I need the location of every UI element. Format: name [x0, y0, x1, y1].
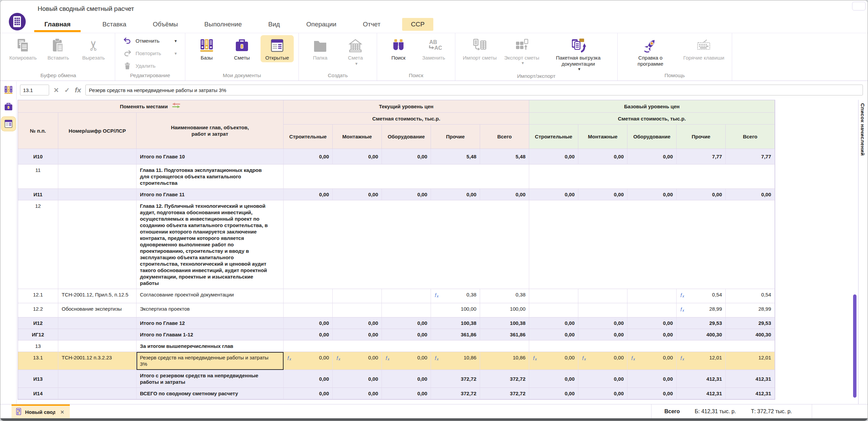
table-cell[interactable]: 0,00 [431, 189, 480, 200]
swap-header-button[interactable]: Поменять местами [18, 100, 284, 113]
table-cell[interactable]: 0,00 [529, 370, 578, 388]
table-cell[interactable]: 7,77 [677, 149, 726, 164]
table-cell[interactable]: ƒx12,01 [677, 352, 726, 370]
formula-input[interactable] [85, 85, 863, 95]
table-cell[interactable]: Экспертиза проектов [137, 303, 284, 317]
table-cell[interactable]: 12 [18, 200, 58, 289]
table-cell[interactable] [284, 289, 333, 303]
table-cell[interactable] [382, 303, 431, 317]
table-cell[interactable]: 0,00 [333, 329, 382, 340]
table-cell[interactable] [58, 317, 137, 329]
table-cell[interactable]: 0,00 [382, 149, 431, 164]
table-cell[interactable] [284, 200, 529, 289]
table-cell[interactable]: 0,00 [529, 189, 578, 200]
table-cell[interactable]: И10 [18, 149, 58, 164]
table-cell[interactable]: Согласование проектной документации [137, 289, 284, 303]
table-cell[interactable]: ƒx0,00 [382, 352, 431, 370]
table-cell[interactable]: 0,00 [627, 329, 677, 340]
ribbon-button-binders[interactable]: Базы [190, 35, 223, 62]
accruals-panel-tab[interactable]: Список начислений [858, 100, 868, 404]
table-cell[interactable]: 372,72 [431, 388, 480, 399]
table-cell[interactable]: 11 [18, 164, 58, 189]
table-cell[interactable]: 0,00 [627, 388, 677, 399]
table-cell[interactable]: 400,30 [726, 329, 775, 340]
ribbon-button-scissors[interactable]: ✂Вырезать [77, 35, 110, 62]
table-cell[interactable]: ƒx0,00 [627, 352, 677, 370]
ribbon-button-trash[interactable]: Удалить [120, 60, 180, 72]
table-cell[interactable]: 0,00 [284, 189, 333, 200]
table-cell[interactable]: Итого по Главе 11 [137, 189, 284, 200]
table-cell[interactable]: 0,00 [627, 317, 677, 329]
table-cell[interactable]: Итого с резервом средств на непредвиденн… [137, 370, 284, 388]
ribbon-button-replace[interactable]: ABACЗаменить [417, 35, 450, 62]
table-cell[interactable]: 0,00 [333, 149, 382, 164]
table-cell[interactable]: 0,00 [480, 189, 529, 200]
table-cell[interactable]: ƒx0,00 [284, 352, 333, 370]
table-cell[interactable]: Итого по Главе 12 [137, 317, 284, 329]
table-cell[interactable] [58, 388, 137, 399]
table-cell[interactable]: 5,48 [431, 149, 480, 164]
table-cell[interactable]: 0,00 [382, 370, 431, 388]
table-cell[interactable]: 0,00 [284, 370, 333, 388]
accept-icon[interactable]: ✓ [63, 86, 71, 94]
table-cell[interactable] [529, 164, 775, 189]
table-cell[interactable] [627, 289, 677, 303]
table-cell[interactable] [58, 340, 137, 352]
table-cell[interactable]: ƒx10,86 [431, 352, 480, 370]
tab-операции[interactable]: Операции [302, 18, 341, 31]
table-cell[interactable]: 0,54 [726, 289, 775, 303]
table-cell[interactable]: 29,53 [677, 317, 726, 329]
ribbon-button-undo[interactable]: Отменить▼ [120, 35, 180, 47]
table-cell[interactable]: ТСН-2001.12 п.3.2.23 [58, 352, 137, 370]
table-cell[interactable]: За итогом вышеперечисленных глав [137, 340, 284, 352]
table-cell[interactable]: 0,00 [529, 388, 578, 399]
table-cell[interactable] [58, 200, 137, 289]
table-cell[interactable] [529, 289, 578, 303]
table-cell[interactable]: Обоснование экспертизы [58, 303, 137, 317]
table-cell[interactable]: И11 [18, 189, 58, 200]
table-cell[interactable]: 0,00 [627, 189, 677, 200]
cancel-icon[interactable]: ✕ [53, 86, 60, 94]
table-cell[interactable]: 0,00 [726, 189, 775, 200]
table-cell[interactable] [58, 164, 137, 189]
table-cell[interactable]: 100,00 [431, 303, 480, 317]
table-cell[interactable]: Итого по Главам 1-12 [137, 329, 284, 340]
table-cell[interactable] [58, 370, 137, 388]
table-cell[interactable]: 0,00 [578, 317, 627, 329]
ribbon-collapse-button[interactable] [852, 2, 866, 10]
table-cell[interactable]: 29,53 [726, 317, 775, 329]
ribbon-button-keyboard[interactable]: Горячие клавиши [681, 35, 727, 62]
table-cell[interactable]: 12.1 [18, 289, 58, 303]
table-cell[interactable]: ВСЕГО по сводному сметному расчету [137, 388, 284, 399]
tab-отчет[interactable]: Отчет [358, 18, 385, 31]
tab-сср[interactable]: ССР [402, 18, 433, 31]
table-cell[interactable]: ƒx0,00 [529, 352, 578, 370]
table-cell[interactable] [578, 289, 627, 303]
table-cell[interactable]: И12 [18, 317, 58, 329]
side-toolbar-bases[interactable] [1, 83, 16, 97]
table-cell[interactable]: 0,00 [284, 317, 333, 329]
table-cell[interactable] [333, 289, 382, 303]
tab-вид[interactable]: Вид [264, 18, 285, 31]
table-cell[interactable] [284, 164, 529, 189]
table-cell[interactable]: 7,77 [726, 149, 775, 164]
table-cell[interactable]: 0,00 [677, 189, 726, 200]
table-cell[interactable]: 0,00 [333, 189, 382, 200]
table-cell[interactable]: 372,72 [480, 370, 529, 388]
table-cell[interactable]: ƒx0,00 [333, 352, 382, 370]
table-cell[interactable] [529, 303, 578, 317]
ribbon-button-rocket[interactable]: Справка о программе [622, 35, 679, 68]
table-cell[interactable]: 0,00 [284, 388, 333, 399]
table-cell[interactable]: 100,38 [431, 317, 480, 329]
ribbon-button-estimate-building[interactable]: Смета▼ [339, 35, 372, 67]
tab-главная[interactable]: Главная [34, 18, 81, 31]
ribbon-button-paste[interactable]: Вставить [42, 35, 75, 62]
table-cell[interactable]: ƒx0,38 [431, 289, 480, 303]
table-cell[interactable] [284, 340, 529, 352]
table-cell[interactable] [58, 149, 137, 164]
table-cell[interactable]: 412,31 [677, 388, 726, 399]
tab-вставка[interactable]: Вставка [98, 18, 131, 31]
table-cell[interactable]: ƒx0,00 [578, 352, 627, 370]
ribbon-button-redo[interactable]: Повторить▼ [120, 48, 180, 59]
ribbon-button-briefcase[interactable]: Сметы [225, 35, 259, 62]
